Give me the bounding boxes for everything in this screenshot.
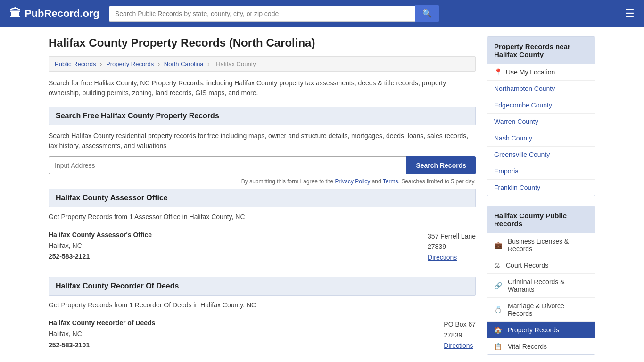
sidebar-nearby-box: Property Records near Halifax County 📍 U… <box>487 36 595 196</box>
assessor-phone: 252-583-2121 <box>49 253 409 260</box>
search-form: Search Halifax County residential proper… <box>49 131 476 185</box>
breadcrumb-link-property[interactable]: Property Records <box>106 60 154 67</box>
recorder-phone: 252-583-2101 <box>49 341 425 349</box>
breadcrumb-link-nc[interactable]: North Carolina <box>164 60 204 67</box>
recorder-section: Halifax County Recorder Of Deeds Get Pro… <box>49 277 476 355</box>
sidebar-nearby-edgecombe[interactable]: Edgecombe County <box>487 97 595 114</box>
main-container: Halifax County Property Records (North C… <box>39 27 605 362</box>
sidebar-property-records[interactable]: 🏠 Property Records <box>487 322 595 338</box>
sidebar-vital-records[interactable]: 📋 Vital Records <box>487 338 595 354</box>
header-search-button[interactable]: 🔍 <box>415 5 439 22</box>
sidebar-court-records[interactable]: ⚖ Court Records <box>487 257 595 274</box>
site-logo[interactable]: 🏛 PubRecord.org <box>9 7 99 20</box>
assessor-address: 357 Ferrell Lane <box>428 231 476 241</box>
terms-link[interactable]: Terms <box>383 178 398 185</box>
scales-icon: ⚖ <box>494 262 500 269</box>
sidebar-nearby-warren[interactable]: Warren County <box>487 114 595 130</box>
assessor-card: Halifax County Assessor's Office Halifax… <box>49 226 476 267</box>
sidebar-nearby-list: 📍 Use My Location Northampton County Edg… <box>487 64 595 196</box>
header-search-input[interactable] <box>109 6 415 22</box>
address-input[interactable] <box>49 156 406 174</box>
search-records-button[interactable]: Search Records <box>406 156 476 174</box>
clipboard-icon: 📋 <box>494 343 502 350</box>
home-icon: 🏠 <box>494 326 502 334</box>
assessor-section: Halifax County Assessor Office Get Prope… <box>49 189 476 267</box>
sidebar-business-licenses[interactable]: 💼 Business Licenses & Records <box>487 233 595 257</box>
recorder-description: Get Property Records from 1 Recorder Of … <box>49 301 476 309</box>
recorder-location: PO Box 67 27839 Directions <box>444 319 476 351</box>
header-search-bar: 🔍 <box>109 5 439 22</box>
assessor-name: Halifax County Assessor's Office <box>49 231 409 239</box>
site-header: 🏛 PubRecord.org 🔍 ☰ <box>0 0 644 27</box>
recorder-heading: Halifax County Recorder Of Deeds <box>49 277 476 296</box>
sidebar: Property Records near Halifax County 📍 U… <box>487 36 595 362</box>
privacy-policy-link[interactable]: Privacy Policy <box>335 178 371 185</box>
sidebar-nearby-franklin[interactable]: Franklin County <box>487 180 595 196</box>
sidebar-public-box: Halifax County Public Records 💼 Business… <box>487 206 595 355</box>
search-description: Search Halifax County residential proper… <box>49 131 476 151</box>
sidebar-nearby-greensville[interactable]: Greensville County <box>487 147 595 163</box>
search-row: Search Records <box>49 156 476 174</box>
sidebar-nearby-northampton[interactable]: Northampton County <box>487 81 595 97</box>
briefcase-icon: 💼 <box>494 241 502 249</box>
recorder-zip: 27839 <box>444 330 476 340</box>
sidebar-public-list: 💼 Business Licenses & Records ⚖ Court Re… <box>487 233 595 354</box>
assessor-description: Get Property Records from 1 Assessor Off… <box>49 213 476 221</box>
page-title: Halifax County Property Records (North C… <box>49 36 476 49</box>
sidebar-nearby-nash[interactable]: Nash County <box>487 130 595 147</box>
assessor-location: 357 Ferrell Lane 27839 Directions <box>428 231 476 263</box>
form-disclaimer: By submitting this form I agree to the P… <box>49 178 476 185</box>
recorder-address: PO Box 67 <box>444 319 476 329</box>
assessor-directions-link[interactable]: Directions <box>428 254 457 261</box>
page-description: Search for free Halifax County, NC Prope… <box>49 78 476 98</box>
assessor-heading: Halifax County Assessor Office <box>49 189 476 207</box>
link-icon: 🔗 <box>494 282 502 289</box>
sidebar-marriage-records[interactable]: 💍 Marriage & Divorce Records <box>487 298 595 322</box>
logo-text: PubRecord.org <box>25 8 99 20</box>
assessor-city-state: Halifax, NC <box>49 240 409 251</box>
recorder-info: Halifax County Recorder of Deeds Halifax… <box>49 319 425 351</box>
sidebar-nearby-header: Property Records near Halifax County <box>487 37 595 64</box>
ring-icon: 💍 <box>494 306 502 313</box>
logo-icon: 🏛 <box>9 7 21 20</box>
assessor-info: Halifax County Assessor's Office Halifax… <box>49 231 409 263</box>
recorder-directions-link[interactable]: Directions <box>444 342 473 349</box>
breadcrumb-link-public[interactable]: Public Records <box>55 60 96 67</box>
header-menu-button[interactable]: ☰ <box>625 8 635 20</box>
sidebar-criminal-records[interactable]: 🔗 Criminal Records & Warrants <box>487 274 595 298</box>
content-area: Halifax County Property Records (North C… <box>49 36 476 362</box>
sidebar-use-location[interactable]: 📍 Use My Location <box>487 64 595 81</box>
sidebar-public-header: Halifax County Public Records <box>487 206 595 233</box>
breadcrumb: Public Records › Property Records › Nort… <box>49 56 476 72</box>
assessor-zip: 27839 <box>428 241 476 252</box>
location-pin-icon: 📍 <box>494 68 502 76</box>
breadcrumb-current: Halifax County <box>216 60 256 67</box>
sidebar-nearby-emporia[interactable]: Emporia <box>487 163 595 180</box>
recorder-name: Halifax County Recorder of Deeds <box>49 319 425 327</box>
search-section-header: Search Free Halifax County Property Reco… <box>49 107 476 125</box>
recorder-city-state: Halifax, NC <box>49 329 425 339</box>
recorder-card: Halifax County Recorder of Deeds Halifax… <box>49 314 476 355</box>
